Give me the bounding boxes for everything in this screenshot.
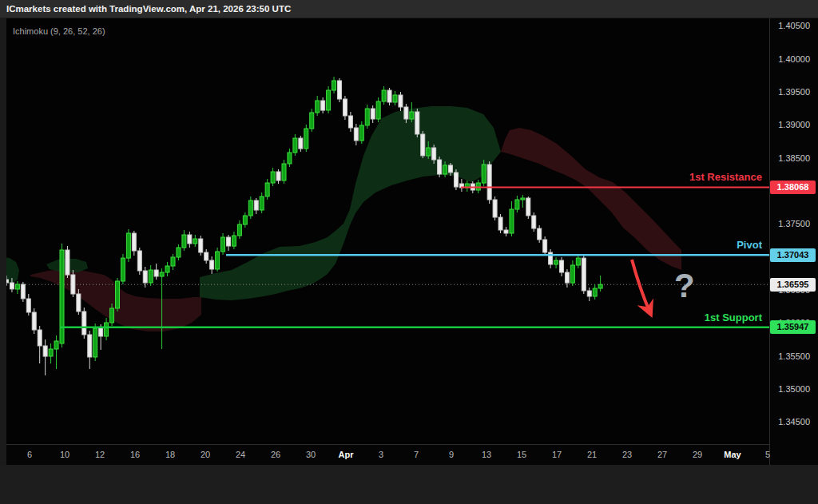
resistance-label[interactable]: 1st Resistance: [689, 171, 762, 183]
pivot-price-badge: 1.37043: [770, 248, 816, 262]
indicator-label[interactable]: Ichimoku (9, 26, 52, 26): [13, 26, 105, 36]
question-mark-annotation: ?: [674, 267, 695, 305]
resistance-price-badge: 1.38068: [770, 181, 816, 194]
last-price-badge: 1.36595: [770, 278, 816, 292]
pivot-label[interactable]: Pivot: [737, 239, 762, 251]
chart-window: ICmarkets created with TradingView.com, …: [0, 0, 818, 504]
footer-bar: TradingView: [0, 465, 818, 504]
support-price-badge: 1.35947: [770, 320, 816, 334]
candlestick-chart[interactable]: [0, 0, 818, 504]
support-label[interactable]: 1st Support: [705, 312, 762, 323]
